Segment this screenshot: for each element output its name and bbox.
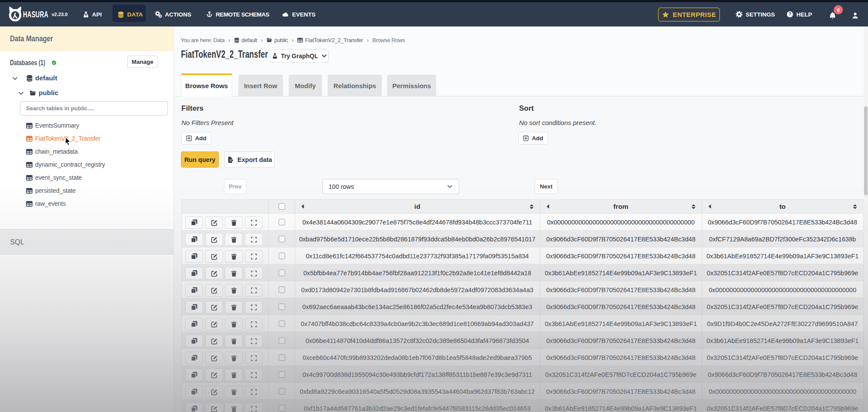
svg-text:?: ? bbox=[789, 12, 791, 16]
